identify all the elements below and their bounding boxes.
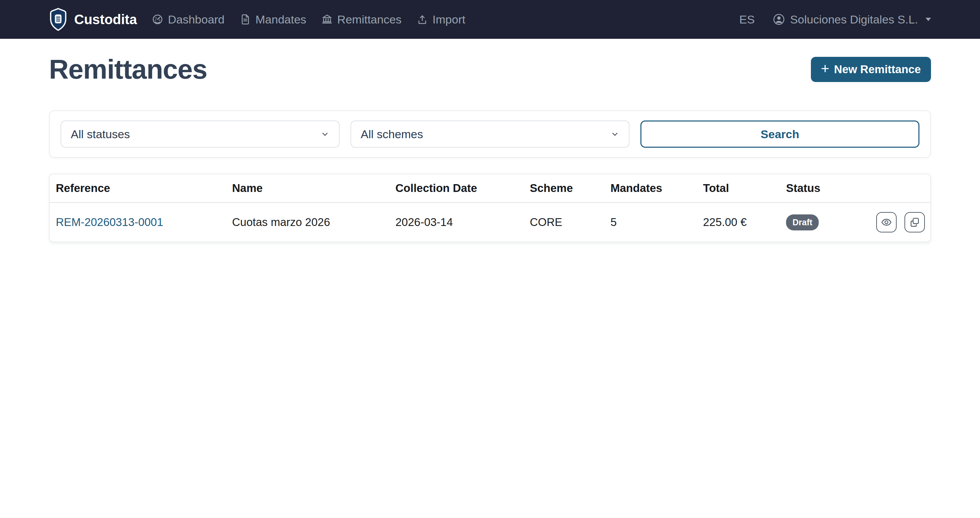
- brand-name: Custodita: [74, 12, 137, 27]
- plus-icon: +: [821, 62, 830, 76]
- header-actions: [849, 174, 930, 202]
- scheme-filter-col: All schemes: [350, 121, 630, 148]
- cell-actions: [849, 202, 930, 242]
- nav-links: Dashboard Mandates: [152, 13, 465, 26]
- nav-item-label: Import: [433, 13, 465, 26]
- navbar-container: Custodita Dashboard: [41, 8, 939, 31]
- table-header-row: Reference Name Collection Date Scheme Ma…: [50, 174, 930, 202]
- file-text-icon: [240, 14, 251, 25]
- cell-name: Cuotas marzo 2026: [227, 202, 390, 242]
- language-switcher[interactable]: ES: [740, 13, 755, 26]
- scheme-filter-value: All schemes: [361, 128, 423, 141]
- remittances-table: Reference Name Collection Date Scheme Ma…: [50, 174, 930, 242]
- nav-item-dashboard[interactable]: Dashboard: [152, 13, 224, 26]
- status-badge: Draft: [786, 214, 819, 230]
- table-row: REM-20260313-0001 Cuotas marzo 2026 2026…: [50, 202, 930, 242]
- page-title: Remittances: [49, 54, 207, 85]
- person-circle-icon: [772, 13, 785, 26]
- cell-scheme: CORE: [524, 202, 605, 242]
- filter-card: All statuses All schemes Search: [49, 110, 931, 158]
- status-filter-select[interactable]: All statuses: [60, 121, 340, 148]
- eye-icon: [881, 217, 892, 228]
- status-filter-col: All statuses: [60, 121, 340, 148]
- scheme-filter-select[interactable]: All schemes: [350, 121, 630, 148]
- navbar: Custodita Dashboard: [0, 0, 980, 39]
- remittance-reference-link[interactable]: REM-20260313-0001: [56, 216, 163, 228]
- nav-item-label: Remittances: [337, 13, 401, 26]
- speedometer-icon: [152, 14, 163, 25]
- page-header: Remittances + New Remittance: [49, 54, 931, 85]
- nav-item-import[interactable]: Import: [417, 13, 465, 26]
- cell-reference: REM-20260313-0001: [50, 202, 227, 242]
- status-filter-value: All statuses: [71, 128, 130, 141]
- header-mandates: Mandates: [605, 174, 698, 202]
- header-reference: Reference: [50, 174, 227, 202]
- nav-item-mandates[interactable]: Mandates: [240, 13, 306, 26]
- nav-item-label: Mandates: [256, 13, 306, 26]
- view-remittance-button[interactable]: [876, 212, 897, 233]
- header-scheme: Scheme: [524, 174, 605, 202]
- cell-total: 225.00 €: [698, 202, 781, 242]
- duplicate-remittance-button[interactable]: [904, 212, 925, 233]
- cell-status: Draft: [781, 202, 849, 242]
- bank-icon: [321, 14, 333, 25]
- account-menu[interactable]: Soluciones Digitales S.L.: [772, 13, 931, 26]
- nav-item-remittances[interactable]: Remittances: [321, 13, 401, 26]
- header-total: Total: [698, 174, 781, 202]
- copy-icon: [909, 217, 920, 228]
- account-name: Soluciones Digitales S.L.: [790, 13, 918, 26]
- upload-icon: [417, 14, 428, 25]
- main-content: Remittances + New Remittance All statuse…: [41, 54, 939, 242]
- cell-mandates: 5: [605, 202, 698, 242]
- search-button[interactable]: Search: [640, 121, 920, 148]
- header-collection-date: Collection Date: [390, 174, 524, 202]
- remittances-table-card: Reference Name Collection Date Scheme Ma…: [49, 174, 931, 242]
- caret-down-icon: [926, 18, 931, 21]
- brand-logo[interactable]: Custodita: [49, 8, 137, 31]
- navbar-right: ES Soluciones Digitales S.L.: [740, 13, 931, 26]
- search-col: Search: [640, 121, 920, 148]
- header-status: Status: [781, 174, 849, 202]
- chevron-down-icon: [321, 130, 329, 139]
- chevron-down-icon: [611, 130, 619, 139]
- shield-logo-icon: [49, 8, 67, 31]
- nav-item-label: Dashboard: [168, 13, 224, 26]
- new-remittance-button[interactable]: + New Remittance: [811, 57, 931, 82]
- new-remittance-label: New Remittance: [834, 63, 921, 76]
- header-name: Name: [227, 174, 390, 202]
- cell-collection-date: 2026-03-14: [390, 202, 524, 242]
